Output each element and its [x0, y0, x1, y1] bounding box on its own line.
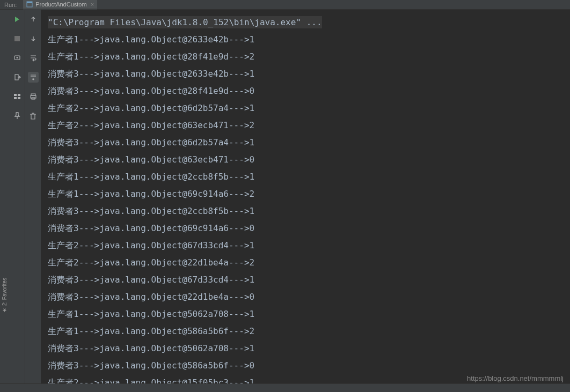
down-button[interactable] [28, 33, 39, 44]
pin-button[interactable] [12, 110, 23, 121]
console-line: 生产者2--->java.lang.Object@63ecb471--->2 [48, 117, 564, 134]
console-line: 生产者1--->java.lang.Object@2ccb8f5b--->1 [48, 168, 564, 186]
console-output[interactable]: "C:\Program Files\Java\jdk1.8.0_152\bin\… [41, 10, 570, 383]
console-line: 消费者3--->java.lang.Object@5062a708--->1 [48, 340, 564, 357]
console-line: 生产者2--->java.lang.Object@67d33cd4--->1 [48, 237, 564, 254]
dump-threads-button[interactable] [12, 53, 23, 63]
clear-all-button[interactable] [28, 110, 39, 121]
left-sidebar: ★ 2: Favorites [0, 10, 9, 383]
svg-rect-7 [18, 94, 20, 96]
soft-wrap-button[interactable] [28, 53, 39, 63]
svg-rect-9 [18, 97, 20, 99]
watermark-text: https://blog.csdn.net/mmmmmlj [467, 374, 564, 382]
layout-button[interactable] [12, 91, 23, 102]
svg-rect-2 [14, 36, 20, 41]
console-line: 生产者2--->java.lang.Object@22d1be4a--->2 [48, 254, 564, 271]
svg-rect-1 [27, 2, 32, 3]
favorites-tool-button[interactable]: ★ 2: Favorites [2, 278, 8, 313]
console-line: 生产者2--->java.lang.Object@6d2b57a4--->1 [48, 100, 564, 117]
console-content: "C:\Program Files\Java\jdk1.8.0_152\bin\… [41, 10, 570, 383]
tab-label: ProductAndCustom [35, 1, 86, 8]
svg-rect-6 [14, 94, 17, 96]
console-actions-column [25, 10, 41, 383]
console-line: 消费者3--->java.lang.Object@63ecb471--->0 [48, 151, 564, 168]
main-area: ★ 2: Favorites [0, 10, 570, 383]
console-line: 消费者3--->java.lang.Object@28f41e9d--->0 [48, 83, 564, 100]
status-bar [0, 383, 570, 392]
svg-rect-8 [14, 97, 17, 99]
console-line: 消费者3--->java.lang.Object@22d1be4a--->0 [48, 289, 564, 306]
run-actions-column [9, 10, 25, 383]
favorites-label: 2: Favorites [2, 278, 8, 306]
console-line: 消费者3--->java.lang.Object@6d2b57a4--->1 [48, 134, 564, 151]
scroll-to-end-button[interactable] [28, 72, 39, 83]
console-line: 生产者1--->java.lang.Object@28f41e9d--->2 [48, 48, 564, 65]
star-icon: ★ [2, 307, 8, 313]
rerun-button[interactable] [12, 14, 23, 25]
console-command-line: "C:\Program Files\Java\jdk1.8.0_152\bin\… [48, 14, 564, 31]
console-line: 消费者3--->java.lang.Object@67d33cd4--->1 [48, 271, 564, 289]
console-line: 生产者1--->java.lang.Object@2633e42b--->1 [48, 31, 564, 48]
console-line: 生产者1--->java.lang.Object@69c914a6--->2 [48, 186, 564, 203]
console-line: 消费者3--->java.lang.Object@2633e42b--->1 [48, 65, 564, 83]
console-line: 消费者3--->java.lang.Object@586a5b6f--->0 [48, 357, 564, 374]
run-tool-window-header: Run: ProductAndCustom × [0, 0, 570, 10]
console-line: 生产者1--->java.lang.Object@5062a708--->1 [48, 306, 564, 323]
run-config-tab[interactable]: ProductAndCustom × [23, 0, 97, 10]
close-icon[interactable]: × [91, 1, 94, 8]
stop-button[interactable] [12, 33, 23, 44]
console-line: 生产者1--->java.lang.Object@586a5b6f--->2 [48, 323, 564, 340]
exit-button[interactable] [12, 72, 23, 83]
run-label: Run: [4, 2, 17, 8]
print-button[interactable] [28, 91, 39, 102]
up-button[interactable] [28, 14, 39, 25]
console-line: 消费者3--->java.lang.Object@69c914a6--->0 [48, 220, 564, 237]
svg-point-4 [16, 57, 18, 58]
application-icon [26, 1, 33, 8]
console-line: 消费者3--->java.lang.Object@2ccb8f5b--->1 [48, 203, 564, 220]
